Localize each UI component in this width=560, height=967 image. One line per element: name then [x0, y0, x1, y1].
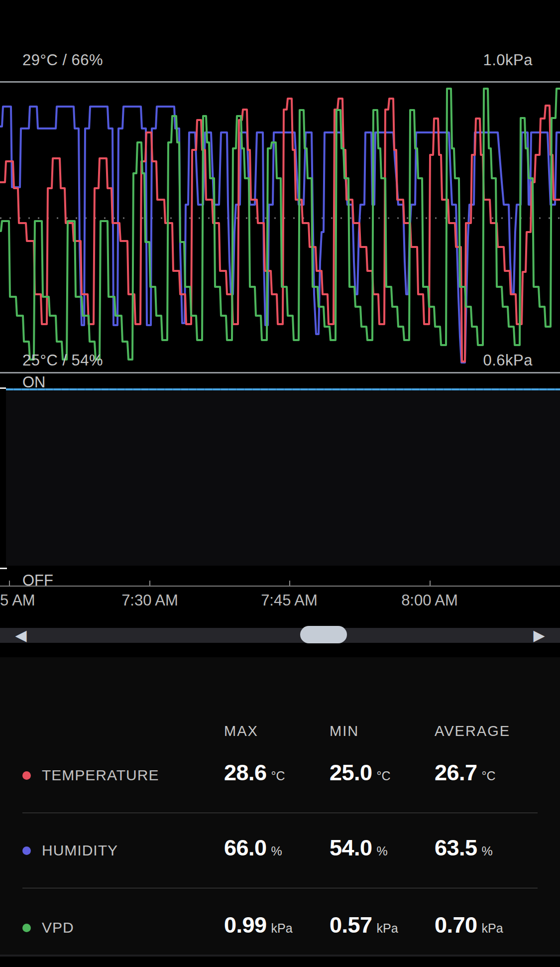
vpd-min-value: 0.57kPa — [330, 912, 398, 938]
chart-bottom-divider — [0, 372, 560, 373]
humidity-min-value: 54.0% — [330, 835, 388, 861]
humidity-dot-icon — [22, 846, 31, 855]
scrollbar-thumb[interactable] — [300, 626, 347, 643]
stats-header-max: MAX — [224, 723, 258, 739]
time-axis-tick — [430, 581, 431, 586]
time-axis-tick — [289, 581, 290, 586]
stats-row-vpd: VPD — [22, 919, 74, 936]
chart-top-right-range-label: 1.0kPa — [483, 51, 533, 69]
sensor-chart-canvas — [0, 83, 560, 372]
scrollbar-right-arrow-icon[interactable]: ▶ — [529, 625, 549, 645]
stats-panel — [0, 657, 560, 955]
stats-row-humidity: HUMIDITY — [22, 842, 118, 859]
temperature-max-value: 28.6°C — [224, 760, 285, 786]
stats-divider-2 — [22, 888, 538, 888]
time-axis-tick — [149, 581, 150, 586]
temperature-row-label: TEMPERATURE — [42, 767, 159, 784]
scrollbar-left-arrow-icon[interactable]: ◀ — [11, 625, 31, 645]
temperature-avg-value: 26.7°C — [435, 760, 496, 786]
humidity-max-value: 66.0% — [224, 835, 282, 861]
time-axis-line — [0, 586, 560, 587]
bottom-section-divider — [0, 955, 560, 957]
time-label: 7:45 AM — [261, 592, 318, 609]
stats-divider-1 — [22, 813, 538, 813]
stats-header-min: MIN — [330, 723, 359, 739]
chart-bottom-right-range-label: 0.6kPa — [483, 352, 533, 369]
vpd-max-value: 0.99kPa — [224, 912, 293, 938]
chart-bottom-left-range-label: 25°C / 54% — [22, 352, 103, 369]
vpd-dot-icon — [22, 924, 31, 932]
chart-scrollbar-track[interactable] — [0, 628, 560, 643]
time-label: 8:00 AM — [401, 592, 458, 609]
state-off-label: OFF — [22, 572, 53, 590]
humidity-row-label: HUMIDITY — [42, 842, 118, 859]
humidity-avg-value: 63.5% — [435, 835, 493, 861]
state-chart-panel[interactable] — [6, 390, 560, 566]
time-label: 5 AM — [0, 592, 35, 609]
vpd-row-label: VPD — [42, 919, 74, 936]
time-axis-tick — [9, 581, 10, 586]
time-label: 7:30 AM — [121, 592, 178, 609]
temperature-min-value: 25.0°C — [330, 760, 391, 786]
chart-top-left-range-label: 29°C / 66% — [22, 51, 103, 69]
stats-header-average: AVERAGE — [435, 723, 510, 739]
stats-row-temperature: TEMPERATURE — [22, 767, 159, 784]
state-axis-left-stub — [0, 568, 7, 569]
state-line-left-stub — [0, 387, 6, 389]
vpd-avg-value: 0.70kPa — [435, 912, 503, 938]
sensor-chart[interactable] — [0, 83, 560, 372]
temperature-dot-icon — [22, 771, 31, 780]
